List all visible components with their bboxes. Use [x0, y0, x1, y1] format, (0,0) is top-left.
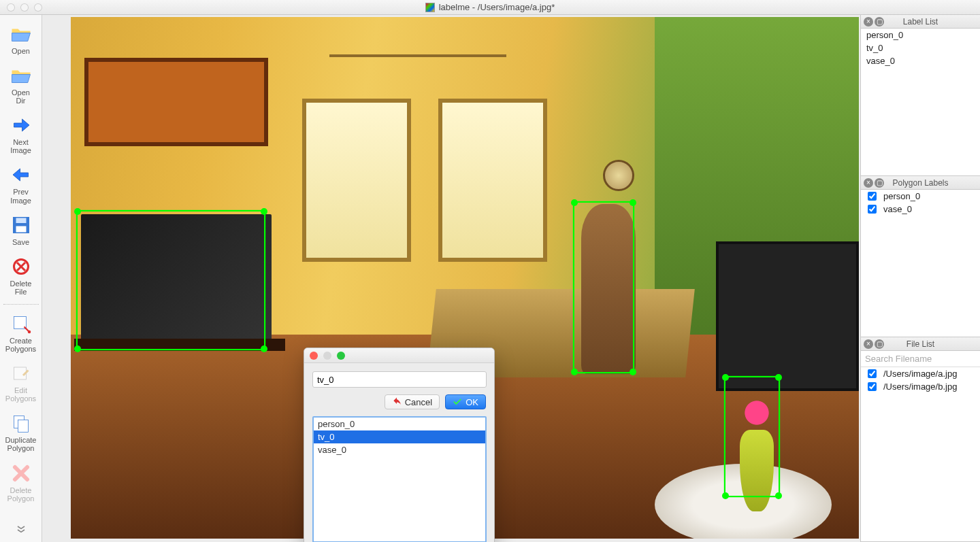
ok-label: OK [466, 397, 478, 407]
file-list-path: /Users/image/a.jpg [883, 369, 957, 379]
scene-decor [603, 160, 634, 191]
scene-decor [733, 396, 781, 430]
open-dir-button[interactable]: Open Dir [1, 61, 41, 109]
scene-decor [329, 27, 506, 75]
file-list-item[interactable]: /Users/image/b.jpg [861, 380, 980, 393]
cancel-label: Cancel [405, 397, 432, 407]
dialog-close-button[interactable] [310, 352, 318, 360]
label-dialog: Cancel OK person_0tv_0vase_0 [304, 348, 495, 542]
dialog-maximize-button[interactable] [337, 352, 345, 360]
right-panels: × ▢ Label List person_0tv_0vase_0 × ▢ Po… [860, 15, 980, 542]
window-title: labelme - /Users/image/a.jpg* [0, 2, 980, 12]
label-option[interactable]: tv_0 [314, 430, 485, 443]
label-list-header[interactable]: × ▢ Label List [861, 15, 980, 29]
save-button[interactable]: Save [1, 210, 41, 250]
open-button[interactable]: Open [1, 19, 41, 59]
bbox-handle[interactable] [74, 208, 81, 215]
check-icon [453, 397, 462, 407]
file-list-panel: × ▢ File List /Users/image/a.jpg/Users/i… [861, 337, 980, 542]
polygon-label-text: vase_0 [883, 204, 912, 214]
next-image-button[interactable]: Next Image [1, 110, 41, 158]
bbox-handle[interactable] [571, 199, 578, 206]
next-image-label: Next Image [10, 138, 31, 154]
file-list-item[interactable]: /Users/image/a.jpg [861, 367, 980, 380]
polygon-edit-icon [9, 361, 33, 386]
create-polygons-label: Create Polygons [5, 337, 36, 353]
svg-point-5 [27, 331, 31, 334]
left-toolbar: OpenOpen DirNext ImagePrev ImageSaveDele… [0, 15, 42, 542]
edit-polygons-button[interactable]: Edit Polygons [1, 358, 41, 407]
bbox-handle[interactable] [630, 199, 636, 206]
delete-circle-icon [9, 254, 33, 279]
x-icon [9, 461, 33, 486]
svg-rect-2 [16, 226, 26, 232]
file-list-body[interactable]: /Users/image/a.jpg/Users/image/b.jpg [861, 367, 980, 541]
toolbar-divider [3, 304, 39, 305]
delete-polygon-label: Delete Polygon [7, 486, 35, 503]
prev-image-label: Prev Image [10, 188, 31, 204]
scene-decor [81, 214, 272, 340]
create-polygons-button[interactable]: Create Polygons [1, 309, 41, 357]
panel-float-icon[interactable]: ▢ [875, 178, 884, 188]
open-label: Open [12, 47, 30, 55]
scene-decor [74, 339, 285, 351]
label-list-item[interactable]: vase_0 [861, 54, 980, 67]
polygon-labels-header[interactable]: × ▢ Polygon Labels [861, 176, 980, 190]
canvas-area[interactable]: Cancel OK person_0tv_0vase_0 [42, 15, 860, 542]
file-list-header[interactable]: × ▢ File List [861, 337, 980, 351]
scene-decor [438, 99, 547, 262]
scene-decor [84, 58, 268, 146]
panel-float-icon[interactable]: ▢ [875, 339, 884, 349]
label-option[interactable]: vase_0 [314, 443, 485, 456]
label-options-list[interactable]: person_0tv_0vase_0 [312, 416, 487, 542]
polygon-create-icon [9, 311, 33, 336]
duplicate-polygon-button[interactable]: Duplicate Polygon [1, 408, 41, 456]
scene-decor [302, 99, 411, 262]
file-search-input[interactable] [861, 351, 980, 367]
floppy-icon [9, 213, 33, 237]
panel-close-icon[interactable]: × [864, 178, 873, 188]
panel-close-icon[interactable]: × [864, 17, 873, 27]
dialog-minimize-button[interactable] [323, 352, 331, 360]
edit-polygons-label: Edit Polygons [5, 386, 36, 403]
delete-file-label: Delete File [10, 280, 32, 296]
app-icon [425, 3, 435, 12]
save-label: Save [12, 238, 29, 246]
polygon-labels-panel: × ▢ Polygon Labels person_0vase_0 [861, 176, 980, 337]
label-option[interactable]: person_0 [314, 418, 485, 430]
label-input[interactable] [312, 371, 487, 388]
dialog-titlebar[interactable] [304, 348, 494, 363]
folder-open-icon [9, 22, 33, 46]
label-list-panel: × ▢ Label List person_0tv_0vase_0 [861, 15, 980, 176]
polygon-labels-body[interactable]: person_0vase_0 [861, 190, 980, 337]
duplicate-polygon-label: Duplicate Polygon [5, 436, 37, 452]
label-list-body[interactable]: person_0tv_0vase_0 [861, 29, 980, 175]
file-list-path: /Users/image/b.jpg [883, 382, 957, 392]
polygon-label-item[interactable]: person_0 [861, 190, 980, 203]
file-list-checkbox[interactable] [868, 369, 877, 378]
window-titlebar: labelme - /Users/image/a.jpg* [0, 0, 980, 15]
panel-float-icon[interactable]: ▢ [875, 17, 884, 27]
scene-decor [581, 204, 636, 374]
polygon-label-checkbox[interactable] [868, 192, 877, 201]
scene-decor [716, 241, 859, 391]
label-list-item[interactable]: tv_0 [861, 41, 980, 54]
arrow-right-icon [9, 113, 33, 137]
polygon-label-text: person_0 [883, 191, 920, 201]
delete-polygon-button[interactable]: Delete Polygon [1, 458, 41, 507]
delete-file-button[interactable]: Delete File [1, 252, 41, 300]
open-dir-label: Open Dir [12, 88, 30, 105]
cancel-button[interactable]: Cancel [385, 394, 440, 409]
arrow-left-icon [9, 163, 33, 187]
folder-open-icon [9, 63, 33, 88]
toolbar-expand-icon[interactable] [14, 523, 28, 542]
polygon-label-item[interactable]: vase_0 [861, 203, 980, 216]
window-title-text: labelme - /Users/image/a.jpg* [439, 2, 555, 12]
label-list-item[interactable]: person_0 [861, 29, 980, 41]
panel-close-icon[interactable]: × [864, 339, 873, 349]
prev-image-button[interactable]: Prev Image [1, 160, 41, 208]
file-list-checkbox[interactable] [868, 382, 877, 391]
ok-button[interactable]: OK [445, 394, 486, 409]
polygon-label-checkbox[interactable] [868, 205, 877, 214]
svg-rect-8 [18, 420, 28, 433]
